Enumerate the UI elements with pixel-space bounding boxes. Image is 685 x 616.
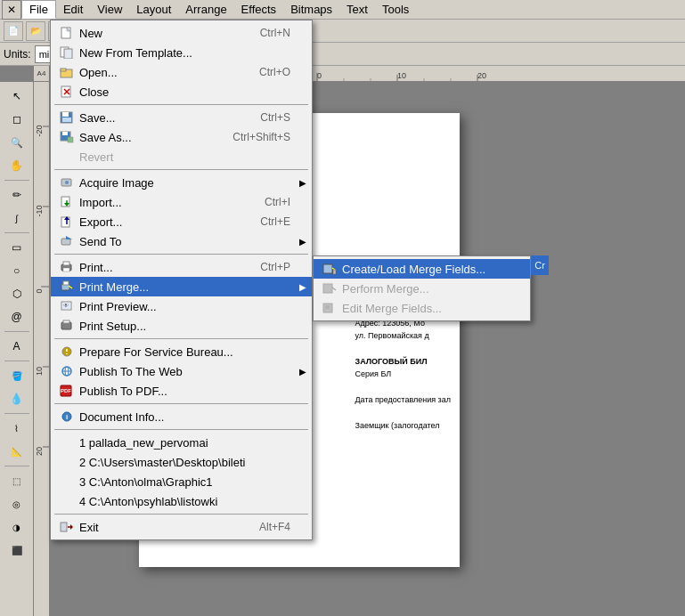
menu-item-print[interactable]: Print... Ctrl+P xyxy=(51,257,312,277)
tool-zoom[interactable]: 🔍 xyxy=(4,132,29,153)
menu-item-acquire[interactable]: Acquire Image ▶ xyxy=(51,173,312,192)
svg-text:10: 10 xyxy=(397,71,406,80)
svg-rect-55 xyxy=(63,268,69,272)
menu-item-save-as[interactable]: Save As... Ctrl+Shift+S xyxy=(51,127,312,147)
menu-item-save-shortcut: Ctrl+S xyxy=(260,111,290,124)
tool-fill[interactable]: 🪣 xyxy=(4,365,29,386)
menu-item-exit[interactable]: Exit Alt+F4 xyxy=(51,517,312,537)
menu-item-new-template[interactable]: New From Template... xyxy=(51,43,312,62)
menu-item-recent-1[interactable]: 1 pallada_new_pervomai xyxy=(51,433,312,452)
submenu-perform-merge-label: Perform Merge... xyxy=(342,282,429,296)
tool-pan[interactable]: ✋ xyxy=(4,155,29,176)
a4-label: A4 xyxy=(34,66,50,82)
tool-blend[interactable]: ⬚ xyxy=(4,470,29,491)
menu-layout[interactable]: Layout xyxy=(129,1,178,18)
send-to-arrow-icon: ▶ xyxy=(299,237,306,247)
svg-marker-76 xyxy=(70,524,73,530)
tool-shape[interactable]: ◻ xyxy=(4,109,29,130)
tool-ellipse[interactable]: ○ xyxy=(4,260,29,281)
tool-separator4 xyxy=(4,361,29,361)
menu-item-print-preview[interactable]: 👁 Print Preview... xyxy=(51,296,312,316)
svg-rect-51 xyxy=(61,239,70,245)
tool-connector[interactable]: ⌇ xyxy=(4,417,29,439)
svg-text:👁: 👁 xyxy=(63,303,69,308)
new-template-icon xyxy=(58,45,76,60)
menu-tools[interactable]: Tools xyxy=(375,1,416,18)
menu-item-recent-2[interactable]: 2 C:\Users\master\Desktop\bileti xyxy=(51,452,312,472)
svg-rect-80 xyxy=(323,284,332,293)
publish-web-arrow-icon: ▶ xyxy=(299,367,306,377)
menu-tools-label: Tools xyxy=(382,3,409,16)
menu-effects[interactable]: Effects xyxy=(234,1,284,18)
menu-text-label: Text xyxy=(347,3,368,16)
tool-separator1 xyxy=(4,180,29,181)
menu-item-recent-4[interactable]: 4 C:\Anton\psyhlab\listowki xyxy=(51,491,312,511)
file-menu-dropdown: New Ctrl+N New From Template... Open... … xyxy=(50,20,313,540)
menu-item-recent-3-label: 3 C:\Anton\olma\Graphic1 xyxy=(79,475,213,489)
menu-item-recent-2-label: 2 C:\Users\master\Desktop\bileti xyxy=(79,456,245,469)
menu-item-publish-pdf[interactable]: PDF Publish To PDF... xyxy=(51,381,312,401)
svg-text:20: 20 xyxy=(477,71,486,80)
menu-item-publish-pdf-label: Publish To PDF... xyxy=(79,385,167,398)
menu-arrange-label: Arrange xyxy=(185,3,226,16)
menu-item-save[interactable]: Save... Ctrl+S xyxy=(51,108,312,127)
tool-poly[interactable]: ⬡ xyxy=(4,283,29,304)
menu-item-new-shortcut: Ctrl+N xyxy=(260,27,290,39)
svg-text:20: 20 xyxy=(35,447,44,456)
menu-item-revert: Revert xyxy=(51,147,312,166)
tool-separator2 xyxy=(4,232,29,233)
tool-contour[interactable]: ◎ xyxy=(4,493,29,515)
menu-file-label: File xyxy=(29,3,48,16)
menu-arrange[interactable]: Arrange xyxy=(178,1,233,18)
recent-4-icon xyxy=(58,494,76,508)
tool-text[interactable]: A xyxy=(4,336,29,357)
toolbar-btn-open[interactable]: 📂 xyxy=(26,21,45,41)
menu-bitmaps[interactable]: Bitmaps xyxy=(283,1,339,18)
tool-eyedrop[interactable]: 💧 xyxy=(4,388,29,409)
tool-bezier[interactable]: ∫ xyxy=(4,207,29,229)
menu-item-print-label: Print... xyxy=(79,261,113,274)
new-icon xyxy=(58,26,76,40)
tool-separator3 xyxy=(4,331,29,332)
menu-item-recent-3[interactable]: 3 C:\Anton\olma\Graphic1 xyxy=(51,472,312,491)
menu-item-recent-1-label: 1 pallada_new_pervomai xyxy=(79,436,208,450)
menu-text[interactable]: Text xyxy=(339,1,375,18)
tool-arrow[interactable]: ↖ xyxy=(4,85,29,107)
menu-view[interactable]: View xyxy=(90,1,129,18)
menu-item-doc-info-label: Document Info... xyxy=(79,410,164,424)
svg-text:-10: -10 xyxy=(35,205,44,216)
tool-freehand[interactable]: ✏ xyxy=(4,184,29,206)
menu-bitmaps-label: Bitmaps xyxy=(290,3,332,16)
menu-file[interactable]: File xyxy=(21,0,56,19)
edit-fields-icon xyxy=(321,301,338,315)
tool-rect[interactable]: ▭ xyxy=(4,237,29,258)
menu-edit-label: Edit xyxy=(63,3,83,16)
menu-item-print-setup[interactable]: Print Setup... xyxy=(51,316,312,336)
menu-edit[interactable]: Edit xyxy=(56,1,90,18)
menu-item-save-label: Save... xyxy=(79,111,115,125)
menu-item-close[interactable]: Close xyxy=(51,82,312,101)
menu-item-export[interactable]: Export... Ctrl+E xyxy=(51,212,312,231)
menu-item-print-merge[interactable]: Print Merge... ▶ xyxy=(51,277,312,296)
menu-item-open[interactable]: Open... Ctrl+O xyxy=(51,62,312,82)
app-close-icon[interactable]: ✕ xyxy=(2,0,21,20)
menu-item-new[interactable]: New Ctrl+N xyxy=(51,23,312,43)
tool-envelope[interactable]: ⬛ xyxy=(4,539,29,561)
tool-sidebar: ↖ ◻ 🔍 ✋ ✏ ∫ ▭ ○ ⬡ @ A 🪣 💧 ⌇ 📐 ⬚ ◎ ◑ ⬛ xyxy=(0,82,34,616)
menu-item-send-to[interactable]: Send To ▶ xyxy=(51,231,312,251)
print-merge-submenu: Create/Load Merge Fields... Perform Merg… xyxy=(313,255,531,321)
svg-line-81 xyxy=(332,288,336,290)
submenu-item-create-load[interactable]: Create/Load Merge Fields... xyxy=(314,259,530,279)
tool-shadow[interactable]: ◑ xyxy=(4,516,29,538)
menu-item-publish-web[interactable]: Publish To The Web ▶ xyxy=(51,361,312,381)
menu-item-import[interactable]: Import... Ctrl+I xyxy=(51,192,312,212)
menu-item-publish-web-label: Publish To The Web xyxy=(79,365,183,378)
menu-item-send-to-label: Send To xyxy=(79,235,121,248)
menu-item-doc-info[interactable]: i Document Info... xyxy=(51,407,312,426)
menu-item-prepare[interactable]: Prepare For Service Bureau... xyxy=(51,342,312,361)
svg-rect-54 xyxy=(63,262,69,265)
tool-measure[interactable]: 📐 xyxy=(4,441,29,462)
tool-spiral[interactable]: @ xyxy=(4,306,29,328)
menu-item-new-label: New xyxy=(79,27,102,40)
toolbar-btn-new[interactable]: 📄 xyxy=(4,21,23,41)
